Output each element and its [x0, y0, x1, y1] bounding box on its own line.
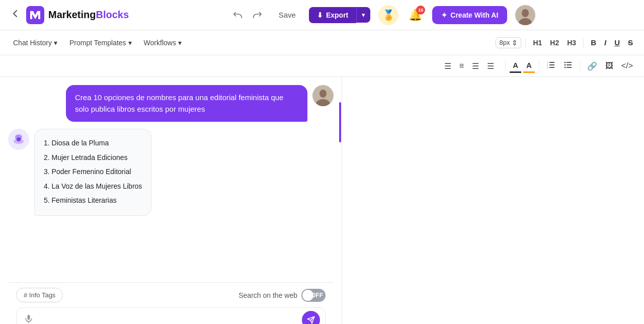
- export-group: ⬇ Export ▾: [309, 7, 370, 23]
- chat-history-chevron-icon: ▾: [54, 39, 57, 47]
- alignment-group: ☰ ≡ ☰ ☰: [441, 59, 501, 73]
- badge-button[interactable]: 🏅: [378, 5, 398, 25]
- font-size-value: 8px: [499, 39, 510, 46]
- badge-icon: 🏅: [378, 5, 398, 25]
- logo-text: MarketingBlocks: [48, 9, 129, 21]
- scroll-thumb[interactable]: [339, 102, 341, 142]
- prompt-templates-tab[interactable]: Prompt Templates ▾: [64, 36, 137, 50]
- logo: MarketingBlocks: [26, 6, 129, 24]
- separator-4: [539, 61, 539, 71]
- chat-panel: Crea 10 opciones de nombres para una edi…: [0, 77, 342, 324]
- editor-toolbar: 8px ⇕ H1 H2 H3 B I U S: [195, 30, 644, 55]
- notification-badge: 16: [416, 6, 425, 15]
- toggle-label: OFF: [311, 292, 323, 299]
- header-center: Save ⬇ Export ▾ 🏅 🔔 16 ✦ Create With AI: [129, 5, 636, 25]
- workflows-tab[interactable]: Workflows ▾: [139, 36, 187, 50]
- svg-text:3: 3: [547, 66, 548, 69]
- svg-point-17: [319, 90, 327, 98]
- chat-input[interactable]: [40, 316, 298, 324]
- ai-response-5: 5. Feministas Literarias: [44, 194, 142, 207]
- back-button[interactable]: [8, 7, 22, 23]
- prompt-templates-chevron-icon: ▾: [128, 39, 132, 47]
- code-button[interactable]: </>: [618, 59, 636, 72]
- undo-redo-group: [229, 8, 266, 23]
- chevron-down-icon: ▾: [362, 11, 365, 19]
- chat-input-row: [16, 307, 326, 324]
- bottom-controls: # Info Tags Search on the web OFF: [16, 288, 326, 302]
- user-bubble: Crea 10 opciones de nombres para una edi…: [66, 85, 307, 122]
- align-left-button[interactable]: ☰: [441, 59, 454, 73]
- h3-button[interactable]: H3: [564, 37, 579, 49]
- search-web-control: Search on the web OFF: [238, 289, 326, 302]
- user-avatar-image: [515, 5, 535, 25]
- main-layout: Crea 10 opciones de nombres para una edi…: [0, 77, 644, 324]
- editor-content[interactable]: [342, 77, 644, 324]
- export-dropdown-button[interactable]: ▾: [356, 7, 370, 23]
- nav-tabs: Chat History ▾ Prompt Templates ▾ Workfl…: [0, 30, 195, 55]
- ai-avatar: [8, 129, 29, 150]
- header-left: MarketingBlocks: [8, 6, 129, 24]
- text-color-button[interactable]: A: [510, 59, 521, 73]
- svg-point-11: [564, 64, 566, 66]
- ai-bubble: 1. Diosa de la Pluma 2. Mujer Letrada Ed…: [34, 129, 151, 216]
- redo-button[interactable]: [249, 8, 266, 23]
- search-web-label: Search on the web: [238, 291, 297, 299]
- user-avatar-img: [312, 85, 334, 106]
- italic-button[interactable]: I: [601, 36, 609, 49]
- chat-history-tab[interactable]: Chat History ▾: [8, 36, 62, 50]
- svg-point-10: [564, 62, 566, 63]
- h1-button[interactable]: H1: [530, 37, 545, 49]
- ai-response-4: 4. La Voz de las Mujeres Libros: [44, 180, 142, 193]
- svg-point-12: [564, 67, 566, 68]
- svg-point-22: [17, 137, 21, 141]
- align-justify-button[interactable]: ☰: [484, 59, 497, 73]
- bottom-bar: # Info Tags Search on the web OFF: [8, 282, 334, 324]
- mic-icon: [24, 314, 34, 324]
- user-avatar: [312, 85, 334, 106]
- user-message-row: Crea 10 opciones de nombres para una edi…: [8, 85, 334, 122]
- separator-2: [583, 38, 584, 48]
- undo-button[interactable]: [229, 8, 247, 23]
- link-button[interactable]: 🔗: [584, 59, 600, 73]
- strikethrough-button[interactable]: S: [625, 36, 636, 49]
- ordered-list-button[interactable]: 123: [543, 58, 558, 73]
- send-button[interactable]: [302, 311, 320, 324]
- scroll-track: [339, 82, 342, 324]
- ai-response-3: 3. Poder Femenino Editorial: [44, 165, 142, 179]
- font-size-adjuster[interactable]: ⇕: [512, 39, 518, 47]
- save-button[interactable]: Save: [274, 9, 301, 21]
- info-tags-button[interactable]: # Info Tags: [16, 288, 63, 302]
- underline-button[interactable]: U: [611, 36, 623, 49]
- create-with-ai-button[interactable]: ✦ Create With AI: [432, 6, 507, 24]
- text-highlight-button[interactable]: A: [523, 59, 535, 73]
- editor-toolbar-row2: ☰ ≡ ☰ ☰ A A 123 🔗 🖼 </>: [0, 55, 644, 77]
- ai-response-2: 2. Mujer Letrada Ediciones: [44, 151, 142, 165]
- editor-panel: Reading Time | 1 Minute Text Summary | 1…: [342, 77, 644, 324]
- export-button[interactable]: ⬇ Export: [309, 7, 356, 23]
- bold-button[interactable]: B: [588, 36, 599, 49]
- separator-5: [580, 61, 580, 71]
- separator-3: [505, 61, 506, 71]
- sparkle-icon: ✦: [441, 11, 447, 19]
- chat-area: Crea 10 opciones de nombres para una edi…: [8, 85, 334, 276]
- header: MarketingBlocks Save ⬇ Export ▾ 🏅: [0, 0, 644, 30]
- mic-button[interactable]: [22, 312, 36, 325]
- separator-1: [525, 38, 526, 48]
- svg-point-2: [522, 9, 529, 17]
- align-right-button[interactable]: ☰: [469, 59, 482, 73]
- unordered-list-button[interactable]: [560, 58, 576, 73]
- image-button[interactable]: 🖼: [602, 59, 616, 72]
- send-icon: [307, 316, 315, 324]
- notification-button[interactable]: 🔔 16: [407, 7, 424, 24]
- h2-button[interactable]: H2: [547, 37, 562, 49]
- ai-response-1: 1. Diosa de la Pluma: [44, 136, 142, 150]
- search-web-toggle[interactable]: OFF: [301, 289, 326, 302]
- svg-rect-23: [28, 314, 30, 319]
- font-size-control: 8px ⇕: [496, 37, 521, 48]
- ai-message-row: 1. Diosa de la Pluma 2. Mujer Letrada Ed…: [8, 129, 334, 216]
- avatar[interactable]: [515, 5, 535, 25]
- ai-avatar-img: [10, 130, 28, 148]
- align-center-button[interactable]: ≡: [456, 59, 467, 72]
- download-icon: ⬇: [317, 11, 323, 19]
- toolbar-row: Chat History ▾ Prompt Templates ▾ Workfl…: [0, 30, 644, 55]
